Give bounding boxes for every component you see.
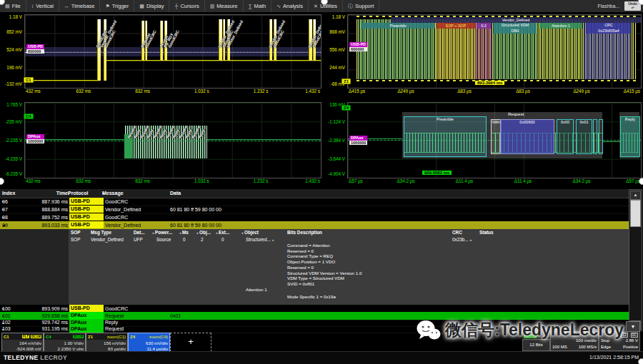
segment-crc[interactable]: CRC0x23b835a4 <box>587 23 631 34</box>
collapse-col-icon[interactable]: ◂ <box>196 231 198 235</box>
grid-z1-yaxis: 1.18 V 868 mV 556 mV 244 mV -68 mV <box>323 14 347 87</box>
menu-timebase[interactable]: ↔Timebase <box>59 0 101 12</box>
descriptor-z4-selected[interactable]: Z4 zoom(C4) 630 mV/div11.4 µs/div <box>128 333 170 352</box>
trigger-slope: Positive <box>623 345 638 349</box>
col-data[interactable]: Data <box>170 189 181 198</box>
y-tick: 1.18 V <box>9 14 22 19</box>
cell-protocol: USB-PD <box>69 198 104 205</box>
collapse-col-icon[interactable]: ◂ <box>179 231 181 235</box>
z4-channel-badge[interactable]: Z4 <box>342 105 351 111</box>
data0-box[interactable]: 0x00 <box>557 119 574 154</box>
data1-box[interactable]: 0x01 <box>576 119 592 154</box>
grid-c4-yaxis: 1.765 V -235 mV -2.235 V -4.235 V -6.235… <box>0 102 24 177</box>
c4-channel-badge[interactable]: C4 <box>24 113 34 119</box>
menu-support[interactable]: ⓘSupport <box>343 0 379 12</box>
menu-analysis-label: Analysis <box>283 3 303 9</box>
menu-math[interactable]: ∑Math <box>244 0 272 12</box>
menu-cursors[interactable]: ┼Cursors <box>169 0 204 12</box>
c1-trace-high <box>105 60 321 61</box>
decoder-name: DPAux <box>26 134 44 139</box>
scroll-up-button[interactable]: ▲ <box>630 191 641 200</box>
address-box[interactable]: 0x00600 <box>500 119 554 154</box>
collapse-icon[interactable]: ◂ <box>470 238 472 242</box>
x-tick: 432 ms <box>26 89 41 93</box>
file-icon: ▤ <box>5 4 10 9</box>
descriptor-z1[interactable]: Z1 zoom(C1) 156 mV/div83 µs/div <box>86 333 128 352</box>
col-time[interactable]: Time <box>39 189 68 198</box>
detail-col-sop: SOP <box>71 229 81 236</box>
menu-analysis[interactable]: ∿Analysis <box>271 0 309 12</box>
usbpd-decoder-tag[interactable]: USB-PD 600000 <box>26 44 44 54</box>
dpaux-decoder-tag[interactable]: DPAux 1000000 <box>349 136 367 145</box>
descriptor-c1[interactable]: C1 FLT DC1M 164 mV/div-524.008 mV <box>1 333 44 352</box>
vdiv-value: 164 mV/div <box>19 340 41 345</box>
collapse-col-icon[interactable]: ◂ <box>241 231 243 235</box>
table-scrollbar[interactable]: ▲ ▼ <box>629 189 642 331</box>
scrollbar-thumb[interactable] <box>630 200 641 227</box>
cell-time: 887.936 ms <box>39 198 68 206</box>
grid-z1-panel: 1.18 V 868 mV 556 mV 244 mV -68 mV Vendo… <box>323 13 642 98</box>
adc-bits-box[interactable]: 12 Bits <box>522 339 550 351</box>
grid-c1-plot[interactable]: USB-PD 600000 GoodCRC Vendor_Defined Goo… <box>24 14 322 89</box>
col-index[interactable]: Index <box>2 189 15 198</box>
segment-label: 0x01 <box>579 120 588 124</box>
z4-trace <box>602 141 620 142</box>
menu-display[interactable]: ▦Display <box>134 0 169 12</box>
x-tick: 1.432 s <box>305 178 320 183</box>
math-icon: ∑ <box>249 4 252 9</box>
reply-box[interactable]: Reply <box>620 116 640 157</box>
zoom-source: zoom(C4) <box>149 335 168 339</box>
minimize-button[interactable]: ▼ <box>626 321 640 332</box>
cell-protocol: USB-PD <box>69 305 104 312</box>
segment-label: 0x00600 <box>519 120 534 124</box>
grid-c4-xaxis: 432 ms 632 ms 832 ms 1.032 s 1.232 s 1.4… <box>24 178 320 186</box>
detail-col-status: Status <box>479 229 494 236</box>
usbpd-decoder-tag[interactable]: USB-PD 600000 <box>349 42 367 51</box>
y-tick: -1.124 V <box>328 119 345 124</box>
menu-measure-label: Measure <box>216 3 237 9</box>
collapse-col-icon[interactable]: ◂ <box>216 231 217 235</box>
x-tick: Δ249 µs <box>397 89 414 93</box>
menu-trigger[interactable]: ⚑Trigger <box>100 0 134 12</box>
x-tick: Δ83 µs <box>516 89 530 93</box>
segment-vdm[interactable]: Structured VDMD8H <box>494 23 537 34</box>
collapse-icon[interactable]: ◂ <box>272 238 274 242</box>
z1-channel-badge[interactable]: Z1 <box>342 79 351 84</box>
row-detail-panel: SOP Msg Type Dat... ◂ Power... ◂ Ms ◂ Ob… <box>0 229 629 305</box>
detail-val-dat: UFP <box>134 236 143 243</box>
descriptor-name: Z4 <box>130 335 135 339</box>
grid-c1-yaxis: 1.18 V 852 mV 524 mV 196 mV -132 mV <box>0 14 24 87</box>
grid-c4-plot[interactable]: Request Reply Request Reply Request Repl… <box>24 102 322 178</box>
add-trace-button[interactable]: + <box>170 333 211 352</box>
collapse-col-icon[interactable]: ◂ <box>152 231 154 235</box>
menu-measure[interactable]: ▥Measure <box>205 0 244 12</box>
segment-sublabel: D8H <box>512 29 519 33</box>
dpaux-decoder-tag[interactable]: DPAux 1000000 <box>26 134 44 143</box>
c1-channel-badge[interactable]: C1 <box>24 77 34 83</box>
segment-label: Structured VDM <box>502 23 529 27</box>
detail-val-msgtype: Vendor_Defined <box>91 236 124 243</box>
segment-preamble[interactable]: Preamble <box>361 23 435 29</box>
segment-sop[interactable]: SOP + SOP <box>437 23 475 29</box>
segment-header[interactable]: 0:2 <box>477 23 491 29</box>
grid-z4-plot[interactable]: Request Preamble NWri 0x00600 0x00 0x01 … <box>347 102 642 178</box>
menu-vertical[interactable]: ↕Vertical <box>26 0 59 12</box>
descriptor-c4[interactable]: C4 DC1M 1.00 V/div2.2350 V ofst <box>44 333 86 352</box>
grid-z1-plot[interactable]: Vendor_Defined Preamble SOP + SOP 0:2 St… <box>347 14 642 89</box>
bottom-bar: TELEDYNE LECROY <box>0 351 643 364</box>
cell-protocol: USB-PD <box>69 221 104 228</box>
col-protocol[interactable]: Protocol <box>68 189 88 198</box>
preamble-box[interactable]: Preamble <box>404 116 487 157</box>
y-tick: -2.235 V <box>5 138 22 143</box>
segment-attention[interactable]: Attention 1 <box>539 23 582 29</box>
segment-label: 0:2 <box>481 24 487 28</box>
timebase-box[interactable]: 100 ms/div 100 MS 100 MS/s <box>550 331 599 351</box>
grid-c1-panel: 1.18 V 852 mV 524 mV 196 mV -132 mV USB-… <box>0 13 323 98</box>
y-tick: 1.18 V <box>332 14 345 19</box>
y-tick: -2.384 V <box>328 138 345 143</box>
y-tick: 868 mV <box>329 29 345 34</box>
col-message[interactable]: Message <box>102 189 124 198</box>
trigger-box[interactable]: C2 DC Stop 2.86 V Edge Positive <box>599 331 640 351</box>
bits-line: Object Position = 1 VDO <box>287 259 362 265</box>
bits-line: Reserved = 0 <box>287 248 362 254</box>
